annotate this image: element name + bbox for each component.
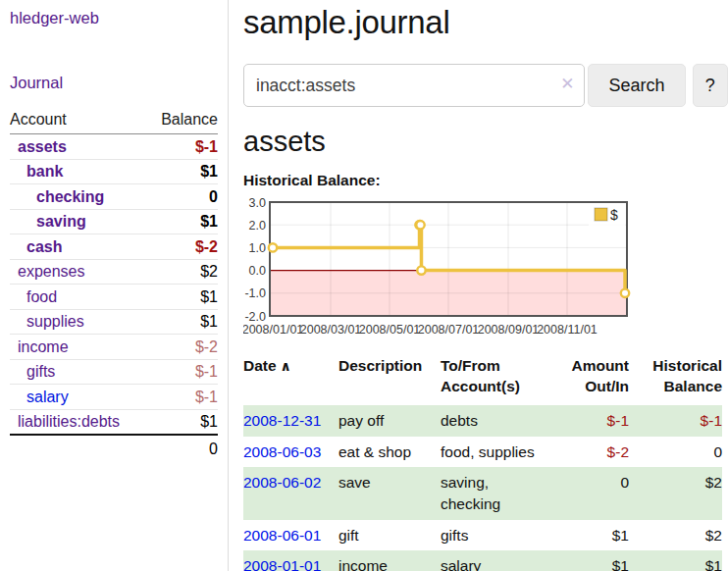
- account-balance: $-1: [147, 134, 218, 160]
- legend-swatch: [595, 208, 607, 221]
- sort-ascending-icon: ∧: [277, 358, 291, 374]
- transaction-balance: $2: [629, 467, 722, 519]
- transaction-date-link[interactable]: 2008-12-31: [243, 412, 321, 429]
- transaction-date-link[interactable]: 2008-01-01: [243, 557, 321, 571]
- y-tick-label: 3.0: [249, 196, 266, 210]
- register-header-historical: HistoricalBalance: [629, 354, 722, 405]
- data-point-marker: [416, 221, 424, 229]
- transaction-balance: 0: [629, 437, 722, 468]
- brand-link[interactable]: hledger-web: [10, 9, 218, 27]
- account-row: salary$-1: [10, 385, 218, 410]
- account-link[interactable]: food: [26, 288, 57, 305]
- register-header-amount: AmountOut/In: [550, 354, 629, 405]
- y-tick-label: 2.0: [249, 219, 266, 233]
- account-row: cash$-2: [10, 234, 218, 260]
- transaction-balance: $2: [629, 520, 722, 551]
- account-link[interactable]: assets: [18, 138, 67, 155]
- account-link[interactable]: cash: [26, 238, 62, 255]
- journal-nav-link[interactable]: Journal: [10, 74, 218, 92]
- y-tick-label: -1.0: [244, 286, 266, 300]
- transaction-accounts: saving, checking: [441, 467, 550, 519]
- account-balance: $1: [147, 209, 218, 234]
- account-balance: $1: [147, 309, 218, 335]
- data-point-marker: [269, 243, 277, 251]
- account-balance: 0: [147, 184, 218, 210]
- transaction-amount: $1: [550, 550, 629, 571]
- transaction-description: save: [338, 467, 441, 519]
- transaction-accounts: food, supplies: [441, 437, 550, 468]
- account-row: saving$1: [10, 209, 218, 234]
- account-balance: $-1: [147, 385, 218, 410]
- register-header-tofrom: To/FromAccount(s): [441, 354, 550, 405]
- account-row: bank$1: [10, 159, 218, 184]
- search-input[interactable]: [243, 64, 585, 107]
- transaction-amount: $1: [550, 520, 629, 551]
- sidebar: hledger-web Journal Account Balance asse…: [0, 0, 229, 571]
- account-balance: $-1: [147, 359, 218, 385]
- search-form: ✕ Search ?: [243, 64, 728, 107]
- account-row: assets$-1: [10, 134, 218, 160]
- x-tick-label: 2008/11/01: [537, 323, 598, 337]
- y-tick-label: -2.0: [244, 310, 266, 324]
- transaction-row: 2008-12-31pay offdebts$-1$-1: [243, 405, 722, 437]
- transaction-row: 2008-01-01incomesalary$1$1: [243, 550, 722, 571]
- transaction-accounts: salary: [441, 550, 550, 571]
- x-tick-label: 2008/01/01: [243, 323, 303, 337]
- main-content: sample.journal ✕ Search ? assets Histori…: [230, 0, 728, 571]
- register-header-description: Description: [338, 354, 441, 405]
- transaction-amount: 0: [550, 467, 629, 519]
- transaction-row: 2008-06-01giftgifts$1$2: [243, 520, 722, 551]
- account-link[interactable]: income: [18, 338, 69, 355]
- account-balance: $-2: [147, 335, 218, 360]
- account-balance: $1: [147, 159, 218, 184]
- accounts-total-row: 0: [10, 435, 218, 461]
- transaction-accounts: debts: [441, 405, 550, 437]
- x-tick-label: 2008/03/01: [300, 323, 362, 337]
- account-link[interactable]: checking: [36, 188, 104, 205]
- account-link[interactable]: gifts: [26, 363, 55, 380]
- account-heading: assets: [243, 126, 728, 157]
- account-link[interactable]: bank: [26, 163, 63, 180]
- transaction-balance: $-1: [629, 405, 722, 437]
- accounts-total-value: 0: [10, 435, 218, 461]
- account-row: gifts$-1: [10, 359, 218, 385]
- transaction-date-link[interactable]: 2008-06-02: [243, 474, 321, 491]
- transaction-description: eat & shop: [338, 437, 441, 468]
- data-point-marker: [417, 266, 425, 274]
- account-link[interactable]: saving: [36, 213, 86, 230]
- account-row: expenses$2: [10, 259, 218, 285]
- account-row: supplies$1: [10, 309, 218, 335]
- account-balance: $1: [147, 409, 218, 435]
- transaction-date-link[interactable]: 2008-06-03: [243, 443, 321, 460]
- account-link[interactable]: liabilities:debts: [18, 413, 120, 430]
- transaction-balance: $1: [629, 550, 722, 571]
- help-button[interactable]: ?: [693, 64, 728, 107]
- data-point-marker: [621, 289, 629, 297]
- transaction-description: pay off: [338, 405, 441, 437]
- x-tick-label: 2008/07/01: [418, 323, 480, 337]
- x-tick-label: 2008/05/01: [359, 323, 421, 337]
- transaction-description: income: [338, 550, 441, 571]
- search-input-wrap: ✕: [243, 64, 585, 107]
- chart-section-label: Historical Balance:: [243, 172, 728, 189]
- transaction-accounts: gifts: [441, 520, 550, 551]
- balance-column-header: Balance: [147, 109, 218, 134]
- transaction-date-link[interactable]: 2008-06-01: [243, 527, 321, 544]
- account-row: liabilities:debts$1: [10, 409, 218, 435]
- transaction-amount: $-2: [550, 437, 629, 468]
- account-column-header: Account: [10, 109, 147, 134]
- transaction-description: gift: [338, 520, 441, 551]
- y-tick-label: 1.0: [249, 241, 266, 255]
- register-header-date[interactable]: Date ∧: [243, 354, 338, 405]
- account-link[interactable]: supplies: [26, 313, 84, 330]
- clear-search-icon[interactable]: ✕: [560, 76, 574, 92]
- x-tick-label: 2008/09/01: [478, 323, 540, 337]
- search-button[interactable]: Search: [588, 64, 685, 107]
- account-row: checking0: [10, 184, 218, 210]
- account-link[interactable]: salary: [26, 389, 69, 405]
- account-link[interactable]: expenses: [18, 263, 85, 280]
- account-row: income$-2: [10, 335, 218, 360]
- historical-balance-chart: $3.02.01.00.0-1.0-2.02008/01/012008/03/0…: [243, 196, 728, 341]
- account-balance: $-2: [147, 234, 218, 260]
- legend-label: $: [610, 207, 618, 223]
